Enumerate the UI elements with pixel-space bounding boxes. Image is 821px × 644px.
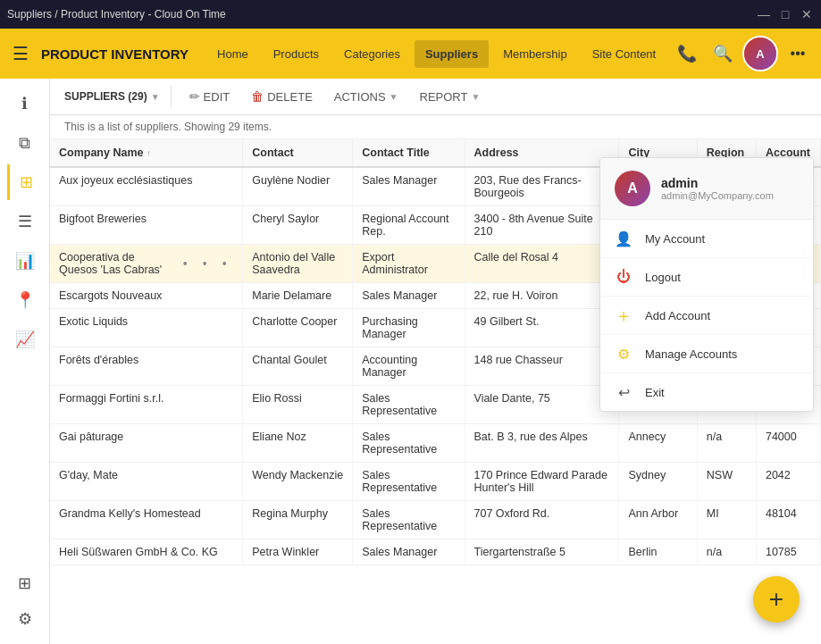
minimize-button[interactable]: — — [757, 7, 771, 21]
sort-icon: ↑ — [147, 148, 151, 158]
row-action-dot[interactable]: • — [176, 255, 194, 272]
nav-site-content[interactable]: Site Content — [582, 40, 667, 68]
toolbar-separator-1 — [171, 86, 172, 107]
suppliers-count-label: SUPPLIERS (29) ▼ — [64, 90, 160, 103]
table-row[interactable]: G'day, MateWendy MackenzieSales Represen… — [50, 463, 821, 501]
delete-icon: 🗑 — [251, 89, 264, 104]
col-address[interactable]: Address — [465, 139, 619, 167]
col-contact-title[interactable]: Contact Title — [353, 139, 465, 167]
sidebar-item-info[interactable]: ℹ — [7, 86, 43, 121]
user-avatar-button[interactable]: A — [742, 36, 778, 71]
nav-home[interactable]: Home — [206, 40, 259, 68]
content-area: SUPPLIERS (29) ▼ ✏ EDIT 🗑 DELETE ACTIONS… — [50, 79, 821, 644]
dropdown-user-info: admin admin@MyCompany.com — [661, 176, 774, 201]
exit-label: Exit — [645, 386, 665, 399]
sidebar-item-chart[interactable]: 📊 — [7, 243, 43, 279]
nav-products[interactable]: Products — [263, 40, 330, 68]
person-icon: 👤 — [615, 230, 633, 247]
actions-chevron-icon: ▼ — [390, 92, 398, 102]
maximize-button[interactable]: □ — [778, 7, 792, 21]
actions-button[interactable]: ACTIONS ▼ — [327, 87, 406, 107]
sidebar-item-copy[interactable]: ⧉ — [7, 125, 43, 161]
table-row[interactable]: Grandma Kelly's HomesteadRegina MurphySa… — [50, 501, 821, 539]
fab-add-button[interactable]: + — [753, 576, 800, 623]
nav-membership[interactable]: Membership — [492, 40, 578, 68]
manage-accounts-item[interactable]: ⚙ Manage Accounts — [600, 335, 813, 373]
window-title: Suppliers / Product Inventory - Cloud On… — [7, 8, 226, 21]
app-title: PRODUCT INVENTORY — [41, 46, 188, 62]
sidebar-item-location[interactable]: 📍 — [7, 282, 43, 318]
phone-icon-button[interactable]: 📞 — [671, 38, 703, 70]
logout-item[interactable]: ⏻ Logout — [600, 258, 813, 297]
manage-accounts-label: Manage Accounts — [645, 347, 737, 361]
nav-right-actions: 📞 🔍 A ••• — [671, 36, 814, 71]
add-icon: ＋ — [615, 306, 633, 324]
row-actions: ••• — [176, 255, 233, 272]
sidebar-item-grid[interactable]: ⊞ — [7, 164, 43, 200]
main-layout: ℹ ⧉ ⊞ ☰ 📊 📍 📈 ⊞ ⚙ SUPPLIERS (29) ▼ ✏ EDI… — [0, 79, 821, 644]
dropdown-email: admin@MyCompany.com — [661, 190, 774, 201]
exit-item[interactable]: ↩ Exit — [600, 373, 813, 411]
nav-suppliers[interactable]: Suppliers — [415, 40, 489, 68]
hamburger-button[interactable]: ☰ — [7, 38, 34, 70]
dropdown-username: admin — [661, 176, 774, 190]
titlebar: Suppliers / Product Inventory - Cloud On… — [0, 0, 821, 29]
info-text: This is a list of suppliers. Showing 29 … — [64, 121, 272, 133]
report-button[interactable]: REPORT ▼ — [413, 87, 488, 107]
exit-icon: ↩ — [615, 383, 633, 401]
add-account-item[interactable]: ＋ Add Account — [600, 297, 813, 335]
my-account-label: My Account — [645, 232, 705, 246]
row-action-dot[interactable]: • — [196, 255, 214, 272]
window-controls: — □ ✕ — [757, 7, 814, 21]
search-icon-button[interactable]: 🔍 — [707, 38, 739, 70]
my-account-item[interactable]: 👤 My Account — [600, 220, 813, 258]
top-navigation: ☰ PRODUCT INVENTORY Home Products Catego… — [0, 29, 821, 79]
delete-button[interactable]: 🗑 DELETE — [244, 86, 320, 107]
dropdown-avatar: A — [615, 171, 650, 206]
table-row[interactable]: Gai pâturageEliane NozSales Representati… — [50, 424, 821, 463]
sidebar: ℹ ⧉ ⊞ ☰ 📊 📍 📈 ⊞ ⚙ — [0, 79, 50, 644]
edit-icon: ✏ — [189, 89, 200, 104]
chevron-down-icon: ▼ — [151, 92, 160, 102]
gear-icon: ⚙ — [615, 345, 633, 363]
toolbar: SUPPLIERS (29) ▼ ✏ EDIT 🗑 DELETE ACTIONS… — [50, 79, 821, 115]
logout-icon: ⏻ — [615, 268, 633, 286]
dropdown-header: A admin admin@MyCompany.com — [600, 158, 813, 220]
edit-button[interactable]: ✏ EDIT — [182, 86, 238, 107]
more-options-button[interactable]: ••• — [782, 38, 814, 70]
info-bar: This is a list of suppliers. Showing 29 … — [50, 115, 821, 139]
user-dropdown-menu: A admin admin@MyCompany.com 👤 My Account… — [599, 157, 814, 412]
table-row[interactable]: Heli Süßwaren GmbH & Co. KGPetra Winkler… — [50, 539, 821, 565]
sidebar-item-settings[interactable]: ⚙ — [7, 601, 43, 637]
close-button[interactable]: ✕ — [800, 7, 814, 21]
add-account-label: Add Account — [645, 309, 710, 322]
col-company[interactable]: Company Name ↑ — [50, 139, 243, 167]
col-contact[interactable]: Contact — [243, 139, 353, 167]
sidebar-item-tiles[interactable]: ⊞ — [7, 565, 43, 601]
sidebar-item-list[interactable]: ☰ — [7, 204, 43, 239]
logout-label: Logout — [645, 271, 681, 284]
nav-categories[interactable]: Categories — [333, 40, 411, 68]
sidebar-bottom: ⊞ ⚙ — [7, 565, 43, 637]
avatar-image: A — [744, 38, 776, 70]
report-chevron-icon: ▼ — [471, 92, 480, 102]
sidebar-item-stats[interactable]: 📈 — [7, 322, 43, 357]
row-action-dot[interactable]: • — [215, 255, 233, 272]
